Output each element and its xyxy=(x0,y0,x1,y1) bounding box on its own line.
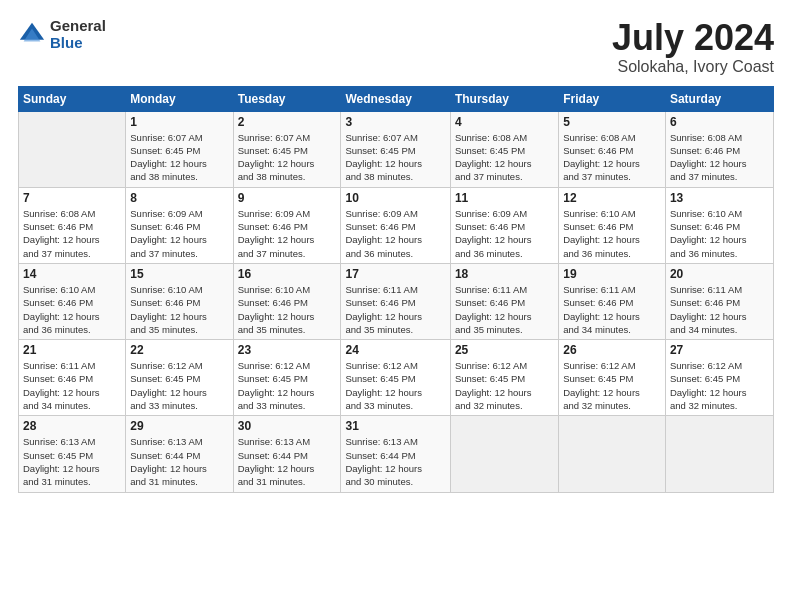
day-info: Sunrise: 6:08 AMSunset: 6:46 PMDaylight:… xyxy=(563,131,661,184)
day-number: 6 xyxy=(670,115,769,129)
day-number: 7 xyxy=(23,191,121,205)
logo: General Blue xyxy=(18,18,106,51)
table-row xyxy=(665,416,773,492)
day-number: 25 xyxy=(455,343,554,357)
day-info: Sunrise: 6:09 AMSunset: 6:46 PMDaylight:… xyxy=(455,207,554,260)
table-row: 29Sunrise: 6:13 AMSunset: 6:44 PMDayligh… xyxy=(126,416,233,492)
day-number: 12 xyxy=(563,191,661,205)
col-wednesday: Wednesday xyxy=(341,86,450,111)
day-info: Sunrise: 6:09 AMSunset: 6:46 PMDaylight:… xyxy=(345,207,445,260)
table-row: 1Sunrise: 6:07 AMSunset: 6:45 PMDaylight… xyxy=(126,111,233,187)
table-row: 12Sunrise: 6:10 AMSunset: 6:46 PMDayligh… xyxy=(559,187,666,263)
day-number: 22 xyxy=(130,343,228,357)
day-info: Sunrise: 6:08 AMSunset: 6:45 PMDaylight:… xyxy=(455,131,554,184)
day-number: 21 xyxy=(23,343,121,357)
table-row: 5Sunrise: 6:08 AMSunset: 6:46 PMDaylight… xyxy=(559,111,666,187)
table-row: 28Sunrise: 6:13 AMSunset: 6:45 PMDayligh… xyxy=(19,416,126,492)
calendar-header-row: Sunday Monday Tuesday Wednesday Thursday… xyxy=(19,86,774,111)
table-row xyxy=(559,416,666,492)
day-number: 23 xyxy=(238,343,337,357)
logo-blue-text: Blue xyxy=(50,35,106,52)
logo-icon xyxy=(18,21,46,49)
calendar-week-row: 21Sunrise: 6:11 AMSunset: 6:46 PMDayligh… xyxy=(19,340,774,416)
table-row: 30Sunrise: 6:13 AMSunset: 6:44 PMDayligh… xyxy=(233,416,341,492)
day-info: Sunrise: 6:11 AMSunset: 6:46 PMDaylight:… xyxy=(455,283,554,336)
day-info: Sunrise: 6:07 AMSunset: 6:45 PMDaylight:… xyxy=(130,131,228,184)
day-info: Sunrise: 6:10 AMSunset: 6:46 PMDaylight:… xyxy=(563,207,661,260)
table-row: 22Sunrise: 6:12 AMSunset: 6:45 PMDayligh… xyxy=(126,340,233,416)
table-row xyxy=(19,111,126,187)
table-row: 13Sunrise: 6:10 AMSunset: 6:46 PMDayligh… xyxy=(665,187,773,263)
table-row: 17Sunrise: 6:11 AMSunset: 6:46 PMDayligh… xyxy=(341,263,450,339)
table-row xyxy=(450,416,558,492)
day-info: Sunrise: 6:13 AMSunset: 6:44 PMDaylight:… xyxy=(345,435,445,488)
table-row: 2Sunrise: 6:07 AMSunset: 6:45 PMDaylight… xyxy=(233,111,341,187)
day-number: 16 xyxy=(238,267,337,281)
col-tuesday: Tuesday xyxy=(233,86,341,111)
day-number: 28 xyxy=(23,419,121,433)
day-info: Sunrise: 6:13 AMSunset: 6:45 PMDaylight:… xyxy=(23,435,121,488)
table-row: 23Sunrise: 6:12 AMSunset: 6:45 PMDayligh… xyxy=(233,340,341,416)
table-row: 3Sunrise: 6:07 AMSunset: 6:45 PMDaylight… xyxy=(341,111,450,187)
day-info: Sunrise: 6:11 AMSunset: 6:46 PMDaylight:… xyxy=(563,283,661,336)
table-row: 27Sunrise: 6:12 AMSunset: 6:45 PMDayligh… xyxy=(665,340,773,416)
day-number: 4 xyxy=(455,115,554,129)
table-row: 26Sunrise: 6:12 AMSunset: 6:45 PMDayligh… xyxy=(559,340,666,416)
day-info: Sunrise: 6:10 AMSunset: 6:46 PMDaylight:… xyxy=(670,207,769,260)
day-number: 14 xyxy=(23,267,121,281)
day-number: 26 xyxy=(563,343,661,357)
table-row: 31Sunrise: 6:13 AMSunset: 6:44 PMDayligh… xyxy=(341,416,450,492)
table-row: 8Sunrise: 6:09 AMSunset: 6:46 PMDaylight… xyxy=(126,187,233,263)
day-number: 8 xyxy=(130,191,228,205)
logo-text: General Blue xyxy=(50,18,106,51)
day-info: Sunrise: 6:11 AMSunset: 6:46 PMDaylight:… xyxy=(670,283,769,336)
day-info: Sunrise: 6:12 AMSunset: 6:45 PMDaylight:… xyxy=(345,359,445,412)
col-monday: Monday xyxy=(126,86,233,111)
col-friday: Friday xyxy=(559,86,666,111)
day-number: 5 xyxy=(563,115,661,129)
day-info: Sunrise: 6:12 AMSunset: 6:45 PMDaylight:… xyxy=(238,359,337,412)
day-number: 20 xyxy=(670,267,769,281)
day-info: Sunrise: 6:09 AMSunset: 6:46 PMDaylight:… xyxy=(238,207,337,260)
day-info: Sunrise: 6:12 AMSunset: 6:45 PMDaylight:… xyxy=(563,359,661,412)
day-info: Sunrise: 6:08 AMSunset: 6:46 PMDaylight:… xyxy=(23,207,121,260)
subtitle: Solokaha, Ivory Coast xyxy=(612,58,774,76)
day-info: Sunrise: 6:10 AMSunset: 6:46 PMDaylight:… xyxy=(23,283,121,336)
day-info: Sunrise: 6:10 AMSunset: 6:46 PMDaylight:… xyxy=(238,283,337,336)
main-title: July 2024 xyxy=(612,18,774,58)
day-number: 31 xyxy=(345,419,445,433)
day-number: 9 xyxy=(238,191,337,205)
day-info: Sunrise: 6:12 AMSunset: 6:45 PMDaylight:… xyxy=(130,359,228,412)
day-number: 24 xyxy=(345,343,445,357)
day-number: 30 xyxy=(238,419,337,433)
day-info: Sunrise: 6:07 AMSunset: 6:45 PMDaylight:… xyxy=(345,131,445,184)
table-row: 4Sunrise: 6:08 AMSunset: 6:45 PMDaylight… xyxy=(450,111,558,187)
day-info: Sunrise: 6:07 AMSunset: 6:45 PMDaylight:… xyxy=(238,131,337,184)
day-number: 19 xyxy=(563,267,661,281)
table-row: 15Sunrise: 6:10 AMSunset: 6:46 PMDayligh… xyxy=(126,263,233,339)
day-info: Sunrise: 6:08 AMSunset: 6:46 PMDaylight:… xyxy=(670,131,769,184)
calendar-week-row: 14Sunrise: 6:10 AMSunset: 6:46 PMDayligh… xyxy=(19,263,774,339)
table-row: 7Sunrise: 6:08 AMSunset: 6:46 PMDaylight… xyxy=(19,187,126,263)
table-row: 25Sunrise: 6:12 AMSunset: 6:45 PMDayligh… xyxy=(450,340,558,416)
day-info: Sunrise: 6:11 AMSunset: 6:46 PMDaylight:… xyxy=(23,359,121,412)
calendar-week-row: 28Sunrise: 6:13 AMSunset: 6:45 PMDayligh… xyxy=(19,416,774,492)
table-row: 10Sunrise: 6:09 AMSunset: 6:46 PMDayligh… xyxy=(341,187,450,263)
day-number: 13 xyxy=(670,191,769,205)
calendar-week-row: 7Sunrise: 6:08 AMSunset: 6:46 PMDaylight… xyxy=(19,187,774,263)
day-number: 27 xyxy=(670,343,769,357)
col-saturday: Saturday xyxy=(665,86,773,111)
day-info: Sunrise: 6:09 AMSunset: 6:46 PMDaylight:… xyxy=(130,207,228,260)
day-info: Sunrise: 6:12 AMSunset: 6:45 PMDaylight:… xyxy=(455,359,554,412)
page: General Blue July 2024 Solokaha, Ivory C… xyxy=(0,0,792,612)
logo-general-text: General xyxy=(50,18,106,35)
day-number: 17 xyxy=(345,267,445,281)
table-row: 21Sunrise: 6:11 AMSunset: 6:46 PMDayligh… xyxy=(19,340,126,416)
table-row: 19Sunrise: 6:11 AMSunset: 6:46 PMDayligh… xyxy=(559,263,666,339)
table-row: 20Sunrise: 6:11 AMSunset: 6:46 PMDayligh… xyxy=(665,263,773,339)
day-info: Sunrise: 6:13 AMSunset: 6:44 PMDaylight:… xyxy=(238,435,337,488)
col-thursday: Thursday xyxy=(450,86,558,111)
table-row: 18Sunrise: 6:11 AMSunset: 6:46 PMDayligh… xyxy=(450,263,558,339)
day-number: 2 xyxy=(238,115,337,129)
title-block: July 2024 Solokaha, Ivory Coast xyxy=(612,18,774,76)
